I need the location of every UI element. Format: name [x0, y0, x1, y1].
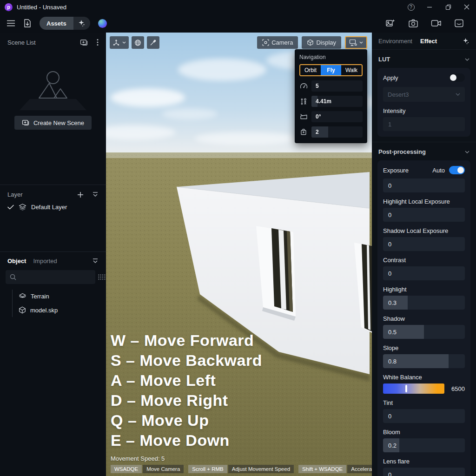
camera-button[interactable]: Camera	[257, 36, 298, 49]
tint-input[interactable]: 0	[383, 409, 465, 423]
camera-fov-icon	[299, 128, 308, 136]
chevron-down-icon	[359, 41, 363, 44]
transform-tool-button[interactable]	[110, 36, 129, 49]
help-button[interactable]: ?	[402, 0, 420, 14]
apply-label: Apply	[383, 74, 398, 81]
layer-row-default[interactable]: Default Layer	[0, 200, 106, 214]
video-camera-button[interactable]	[431, 19, 442, 27]
slope-label: Slope	[383, 344, 465, 351]
view-grid-button[interactable]	[98, 271, 106, 283]
terrain-icon	[19, 293, 26, 300]
navigation-mode-button[interactable]	[345, 36, 367, 49]
movement-shortcuts-overlay: W – Move Forward S – Move Backward A – M…	[111, 331, 262, 450]
main-toolbar: Assets	[0, 14, 476, 33]
world-coordinates-button[interactable]	[132, 36, 144, 49]
tree-item-model[interactable]: model.skp	[13, 303, 106, 317]
collapse-objects-button[interactable]	[92, 258, 99, 264]
layer-section: Layer Default Layer	[0, 185, 106, 252]
nav-height-input[interactable]: 4.41m	[311, 96, 363, 107]
nav-height-value: 4.41m	[311, 98, 331, 105]
highlight-slider[interactable]: 0.3	[383, 296, 465, 310]
hint-action: Move Camera	[143, 465, 184, 473]
nav-mode-fly[interactable]: Fly	[321, 65, 341, 75]
highlight-local-exposure-input[interactable]: 0	[383, 208, 465, 222]
contrast-input[interactable]: 0	[383, 266, 465, 280]
nav-mode-walk[interactable]: Walk	[341, 65, 362, 75]
post-processing-title: Post-processing	[378, 148, 426, 155]
hamburger-menu-button[interactable]	[7, 20, 15, 26]
shadow-local-exposure-input[interactable]: 0	[383, 237, 465, 251]
tab-effect[interactable]: Effect	[420, 38, 437, 45]
material-sphere-icon[interactable]	[98, 19, 107, 28]
hint-move-camera: WSADQE Move Camera	[111, 465, 184, 473]
field-value: 0	[383, 241, 391, 248]
field-value: 0	[383, 270, 391, 277]
scene-list-title: Scene List	[7, 39, 36, 46]
shortcut-line: E – Move Down	[111, 430, 262, 450]
intensity-input[interactable]: 1	[383, 117, 465, 131]
minimize-button[interactable]	[420, 0, 439, 14]
apply-toggle[interactable]	[449, 73, 465, 82]
assets-label: Assets	[40, 17, 73, 30]
camera-button-label: Camera	[271, 39, 293, 46]
search-icon	[10, 274, 16, 280]
camera-tilt-icon	[299, 113, 308, 120]
tray-button[interactable]	[454, 19, 464, 28]
nav-speed-input[interactable]: 5	[311, 80, 363, 92]
lut-preset-select[interactable]: Desert3	[383, 87, 465, 102]
window-controls: ?	[402, 0, 476, 14]
auto-exposure-toggle[interactable]	[449, 166, 465, 174]
nav-fov-value: 2	[311, 129, 319, 135]
tree-item-label: Terrain	[31, 293, 49, 300]
exposure-input[interactable]: 0	[383, 178, 465, 192]
close-button[interactable]	[457, 0, 476, 14]
control-hints-bar: WSADQE Move Camera Scroll + RMB Adjust M…	[111, 465, 372, 473]
globe-icon	[134, 39, 141, 46]
toggle-knob	[457, 167, 464, 173]
collapse-layers-button[interactable]	[92, 192, 99, 198]
create-new-scene-button[interactable]: Create New Scene	[14, 116, 92, 130]
navigation-popup-title: Navigation	[299, 54, 363, 60]
tab-environment[interactable]: Environment	[378, 38, 412, 45]
eyedropper-icon	[150, 39, 157, 46]
navigation-monitor-icon	[349, 39, 357, 46]
assets-button[interactable]: Assets	[40, 17, 90, 30]
white-balance-slider[interactable]	[383, 383, 444, 394]
assets-ai-section[interactable]	[73, 17, 90, 30]
add-layer-button[interactable]	[77, 192, 84, 198]
shortcut-line: Q – Move Up	[111, 410, 262, 430]
3d-viewport[interactable]: Camera Display Navigation Orbit Fl	[106, 33, 372, 476]
object-search-input[interactable]	[19, 274, 91, 280]
help-icon: ?	[408, 4, 415, 11]
restore-button[interactable]	[439, 0, 457, 14]
chevron-down-icon	[456, 93, 460, 96]
bloom-slider[interactable]: 0.2	[383, 438, 465, 452]
tab-object[interactable]: Object	[7, 258, 26, 264]
ai-sparkle-icon[interactable]	[463, 38, 469, 45]
post-processing-header[interactable]: Post-processing	[372, 142, 476, 160]
tree-item-terrain[interactable]: Terrain	[13, 290, 106, 303]
sparkle-icon	[78, 20, 86, 27]
navigation-mode-segmented: Orbit Fly Walk	[299, 64, 363, 76]
lut-section-header[interactable]: LUT	[372, 50, 476, 68]
nav-mode-orbit[interactable]: Orbit	[300, 65, 321, 75]
nav-fov-input[interactable]: 2	[311, 126, 363, 138]
tab-imported[interactable]: Imported	[33, 258, 57, 264]
render-image-button[interactable]	[385, 18, 396, 28]
lens-flare-input[interactable]: 0	[383, 468, 465, 476]
field-value: 0	[383, 212, 391, 218]
display-button[interactable]: Display	[302, 36, 341, 49]
shadow-slider[interactable]: 0.5	[383, 325, 465, 339]
chevron-down-icon	[122, 41, 126, 44]
hint-keys: Shift + WSADQE	[298, 465, 346, 473]
add-scene-button[interactable]	[80, 39, 88, 46]
white-balance-handle[interactable]	[405, 385, 407, 392]
toggle-knob	[450, 74, 456, 81]
import-model-button[interactable]	[23, 19, 32, 28]
object-search-box[interactable]	[6, 270, 95, 284]
nav-tilt-input[interactable]: 0°	[311, 111, 363, 122]
eyedropper-button[interactable]	[147, 36, 159, 49]
photo-camera-button[interactable]	[408, 19, 418, 28]
slope-slider[interactable]: 0.8	[383, 354, 465, 368]
scene-list-menu-button[interactable]	[97, 39, 99, 46]
